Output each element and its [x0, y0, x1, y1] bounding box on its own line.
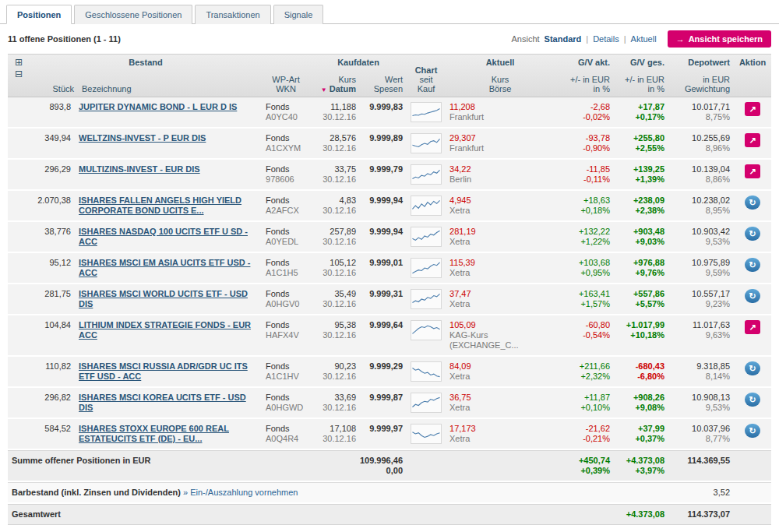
trade-arrow-icon: ↗	[749, 322, 756, 332]
position-name-link[interactable]: ISHARES MSCI RUSSIA ADR/GDR UC ITS ETF U…	[79, 361, 248, 381]
sparkline-chart[interactable]	[411, 227, 442, 247]
buy-date: 30.12.16	[314, 237, 356, 247]
header-chart: Chart	[411, 65, 442, 75]
gain-today-eur: -60,80	[559, 320, 610, 330]
current-price: 29,307	[449, 133, 551, 143]
cash-row: Barbestand (inkl. Zinsen und Dividenden)…	[8, 482, 771, 504]
buy-date: 30.12.16	[314, 403, 356, 413]
tab-signale[interactable]: Signale	[273, 5, 324, 24]
gain-total-pct: +5,57%	[618, 299, 664, 309]
sparkline-chart[interactable]	[411, 393, 442, 413]
header-boerse[interactable]: Börse	[449, 84, 551, 93]
position-row: 95,12 ISHARES MSCI EM ASIA UCITS ETF USD…	[8, 253, 771, 284]
view-standard[interactable]: Standard	[545, 34, 582, 44]
expand-all-icon[interactable]: ⊞	[12, 58, 26, 67]
position-weight: 8,95%	[672, 206, 730, 216]
position-name-link[interactable]: MULTIZINS-INVEST - EUR DIS	[79, 164, 200, 174]
header-wkn[interactable]: WKN	[266, 84, 306, 93]
wkn: A1CXYM	[266, 143, 306, 153]
action-button[interactable]: ↻	[745, 196, 760, 210]
header-gv-ges[interactable]: G/V ges.	[618, 58, 664, 67]
header-gv-akt[interactable]: G/V akt.	[559, 58, 610, 67]
sparkline-chart[interactable]	[411, 361, 442, 382]
save-view-button[interactable]: → Ansicht speichern	[668, 30, 771, 48]
exchange-name: Xetra	[449, 372, 551, 382]
position-name-link[interactable]: ISHARES MSCI WORLD UCITS ETF - USD DIS	[79, 289, 248, 308]
position-name-link[interactable]: LITHIUM INDEX STRATEGIE FONDS - EUR ACC	[79, 320, 251, 340]
action-button[interactable]: ↗	[745, 133, 760, 147]
header-datum-sort[interactable]: ▼ Datum	[314, 84, 356, 93]
cash-deposit-link[interactable]: » Ein-/Auszahlung vornehmen	[183, 488, 298, 497]
position-name-link[interactable]: WELTZINS-INVEST - P EUR DIS	[79, 133, 206, 143]
position-row: 349,94 WELTZINS-INVEST - P EUR DIS Fonds…	[8, 129, 771, 160]
header-wp-art[interactable]: WP-Art	[266, 75, 306, 84]
gain-total-eur: +255,80	[618, 133, 664, 143]
gain-today-pct: -0,02%	[559, 112, 610, 122]
action-button[interactable]: ↗	[745, 164, 760, 178]
header-kurs[interactable]: Kurs	[314, 75, 356, 84]
action-button[interactable]: ↗	[745, 320, 760, 334]
header-gv-akt-eur: +/- in EUR	[559, 75, 610, 84]
action-button[interactable]: ↻	[745, 393, 760, 407]
header-bezeichnung[interactable]: Bezeichnung	[82, 84, 132, 93]
action-button[interactable]: ↗	[745, 102, 760, 116]
action-button[interactable]: ↻	[745, 258, 760, 272]
header-wert[interactable]: Wert	[356, 75, 403, 84]
view-aktuell[interactable]: Aktuell	[631, 34, 657, 44]
position-weight: 8,75%	[672, 112, 730, 122]
gain-total-eur: +1.017,99	[618, 320, 664, 330]
header-depotwert[interactable]: Depotwert	[672, 58, 730, 67]
position-name-link[interactable]: ISHARES NASDAQ 100 UCITS ETF U SD - ACC	[79, 227, 248, 246]
header-spesen[interactable]: Spesen	[356, 84, 403, 93]
tab-geschlossene-positionen[interactable]: Geschlossene Positionen	[74, 5, 192, 24]
shares-count: 110,82	[45, 361, 71, 371]
position-name-link[interactable]: ISHARES MSCI KOREA UCITS ETF - USD DIS	[79, 393, 246, 412]
position-name-link[interactable]: ISHARES FALLEN ANGELS HIGH YIELD CORPORA…	[79, 196, 241, 215]
sparkline-chart[interactable]	[411, 196, 442, 216]
sparkline-chart[interactable]	[411, 164, 442, 185]
exchange-name: Xetra	[449, 434, 551, 444]
action-button[interactable]: ↻	[745, 424, 760, 438]
shares-count: 104,84	[44, 320, 71, 329]
wkn: 978606	[266, 174, 306, 185]
buy-price: 35,49	[314, 289, 356, 299]
gain-today-eur: +163,41	[559, 289, 610, 299]
position-row: 110,82 ISHARES MSCI RUSSIA ADR/GDR UC IT…	[8, 357, 771, 388]
tab-positionen[interactable]: Positionen	[6, 5, 72, 24]
position-name-link[interactable]: ISHARES MSCI EM ASIA UCITS ETF USD - ACC	[79, 258, 250, 277]
action-button[interactable]: ↻	[745, 361, 760, 375]
header-aktuell-kurs[interactable]: Kurs	[449, 75, 551, 84]
position-row: 893,8 JUPITER DYNAMIC BOND - L EUR D IS …	[8, 97, 771, 129]
position-weight: 8,77%	[672, 434, 730, 444]
position-name-link[interactable]: ISHARES STOXX EUROPE 600 REAL ESTATEUCIT…	[79, 424, 229, 443]
gain-today-eur: -93,78	[559, 133, 610, 143]
header-gewichtung: Gewichtung	[672, 84, 730, 93]
position-row: 584,52 ISHARES STOXX EUROPE 600 REAL EST…	[8, 419, 771, 450]
collapse-all-icon[interactable]: ⊟	[12, 69, 26, 79]
sparkline-chart[interactable]	[411, 133, 442, 153]
buy-date: 30.12.16	[314, 174, 356, 185]
position-name-link[interactable]: JUPITER DYNAMIC BOND - L EUR D IS	[79, 102, 237, 111]
buy-price: 33,75	[314, 164, 356, 174]
buy-price: 257,89	[314, 227, 356, 237]
action-button[interactable]: ↻	[745, 227, 760, 241]
gain-total-pct: +2,55%	[618, 143, 664, 153]
header-stueck[interactable]: Stück	[33, 84, 74, 93]
sparkline-chart[interactable]	[411, 102, 442, 122]
sparkline-chart[interactable]	[411, 289, 442, 309]
security-type: Fonds	[266, 164, 306, 174]
gain-total-eur: +557,86	[618, 289, 664, 299]
sparkline-chart[interactable]	[411, 424, 442, 444]
action-button[interactable]: ↻	[745, 289, 760, 303]
sum-gv-akt-pct: +0,39%	[559, 466, 610, 476]
view-details[interactable]: Details	[593, 34, 619, 44]
wkn: A1C1HV	[266, 372, 306, 382]
gain-total-eur: +139,25	[618, 164, 664, 174]
sparkline-chart[interactable]	[411, 320, 442, 340]
sum-label: Summe offener Positionen in EUR	[8, 450, 310, 482]
sparkline-chart[interactable]	[411, 258, 442, 278]
tab-transaktionen[interactable]: Transaktionen	[195, 5, 270, 24]
gain-today-pct: -0,54%	[559, 330, 610, 340]
gain-total-pct: +0,37%	[618, 434, 664, 444]
buy-value: 9.999,97	[364, 424, 403, 434]
